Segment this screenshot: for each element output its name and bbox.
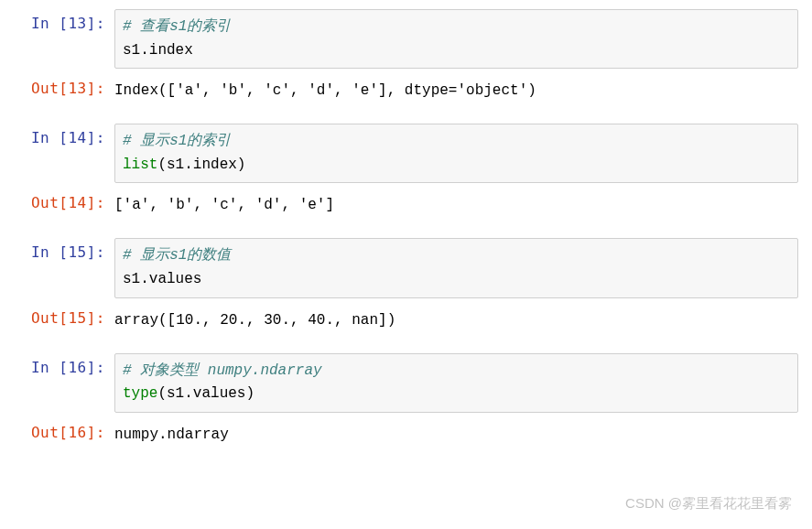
output-text: numpy.ndarray bbox=[114, 418, 798, 451]
in-prompt: In [14]: bbox=[14, 124, 114, 146]
out-prompt: Out[15]: bbox=[14, 304, 114, 327]
input-cell: In [15]: # 显示s1的数值 s1.values bbox=[14, 238, 798, 297]
code-input[interactable]: # 查看s1的索引 s1.index bbox=[114, 9, 798, 69]
code-text: s1 bbox=[123, 271, 140, 287]
in-prompt: In [13]: bbox=[14, 9, 114, 32]
input-cell: In [13]: # 查看s1的索引 s1.index bbox=[14, 9, 798, 69]
output-cell: Out[15]: array([10., 20., 30., 40., nan]… bbox=[14, 304, 798, 337]
code-input[interactable]: # 对象类型 numpy.ndarray type(s1.values) bbox=[114, 353, 798, 413]
in-prompt: In [15]: bbox=[14, 238, 114, 261]
code-text: .values bbox=[140, 271, 201, 287]
input-cell: In [14]: # 显示s1的索引 list(s1.index) bbox=[14, 124, 798, 183]
code-text: .index bbox=[140, 42, 193, 59]
in-prompt: In [16]: bbox=[14, 353, 114, 376]
code-text: .index) bbox=[184, 157, 245, 173]
code-comment: # 显示s1的索引 bbox=[123, 133, 231, 149]
out-prompt: Out[16]: bbox=[14, 418, 114, 441]
code-text: (s1 bbox=[157, 385, 184, 402]
output-text: array([10., 20., 30., 40., nan]) bbox=[114, 304, 798, 337]
output-text: Index(['a', 'b', 'c', 'd', 'e'], dtype='… bbox=[114, 74, 798, 107]
code-input[interactable]: # 显示s1的索引 list(s1.index) bbox=[114, 124, 798, 183]
code-input[interactable]: # 显示s1的数值 s1.values bbox=[114, 238, 798, 297]
out-prompt: Out[13]: bbox=[14, 74, 114, 97]
code-comment: # 对象类型 numpy.ndarray bbox=[123, 362, 322, 379]
out-prompt: Out[14]: bbox=[14, 189, 114, 211]
code-text: s1 bbox=[123, 42, 140, 59]
code-text: (s1 bbox=[157, 157, 184, 173]
code-text: .values) bbox=[184, 385, 254, 402]
output-cell: Out[14]: ['a', 'b', 'c', 'd', 'e'] bbox=[14, 189, 798, 221]
code-comment: # 查看s1的索引 bbox=[123, 18, 231, 35]
input-cell: In [16]: # 对象类型 numpy.ndarray type(s1.va… bbox=[14, 353, 798, 413]
output-cell: Out[16]: numpy.ndarray bbox=[14, 418, 798, 451]
builtin: type bbox=[123, 385, 157, 402]
builtin: list bbox=[123, 157, 157, 173]
output-cell: Out[13]: Index(['a', 'b', 'c', 'd', 'e']… bbox=[14, 74, 798, 107]
code-comment: # 显示s1的数值 bbox=[123, 247, 231, 264]
output-text: ['a', 'b', 'c', 'd', 'e'] bbox=[114, 189, 798, 221]
